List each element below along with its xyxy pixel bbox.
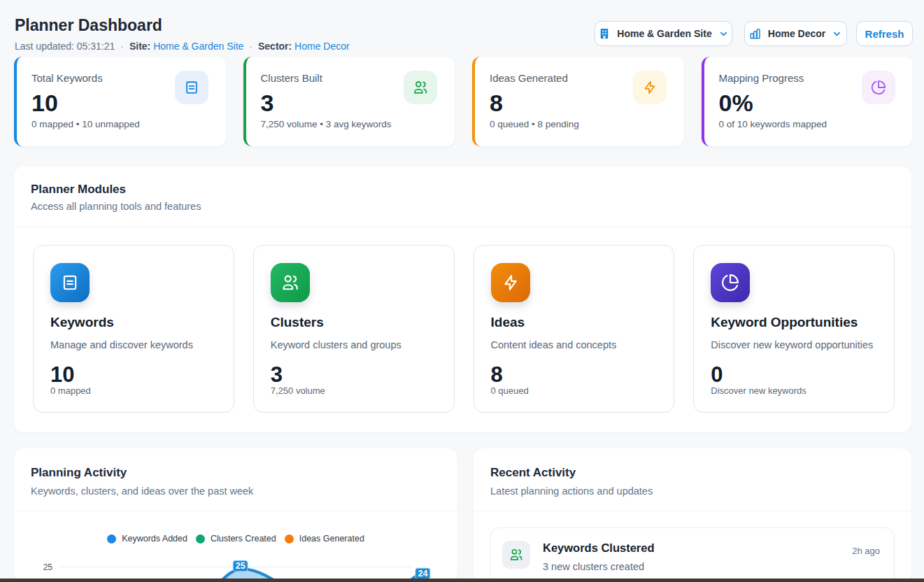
svg-text:24: 24 [418,569,427,579]
svg-text:25: 25 [236,561,246,571]
